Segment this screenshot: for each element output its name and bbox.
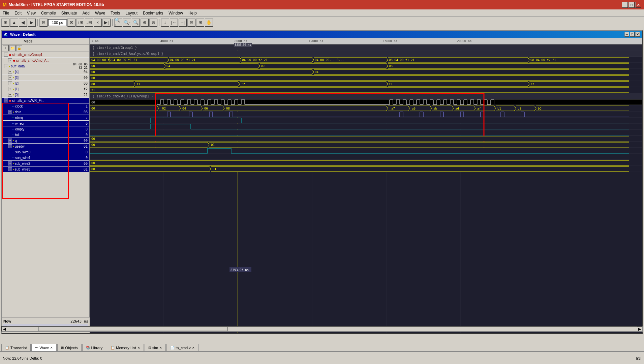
signal-row-wrreq[interactable]: ╌ wrreq 0: [2, 121, 89, 126]
menu-window[interactable]: Window: [166, 9, 186, 17]
signal-row-empty[interactable]: ╌ empty 0: [2, 126, 89, 132]
signal-panel-add-btn[interactable]: +: [3, 45, 9, 51]
signal-row-subwire0[interactable]: ╌ sub_wire0 0: [2, 149, 89, 155]
tb-zoom1[interactable]: ⊠: [67, 19, 75, 27]
menu-help[interactable]: Help: [186, 9, 200, 17]
signal-row-usedw[interactable]: + ▪ usedw 01: [2, 144, 89, 149]
tb-zoom4[interactable]: ×: [94, 19, 102, 27]
tb-snap2[interactable]: |←: [170, 19, 178, 27]
tb-fwd-button[interactable]: ▶: [28, 19, 36, 27]
expand-0[interactable]: +: [8, 93, 12, 97]
maximize-button[interactable]: □: [628, 2, 635, 8]
tb-back-button[interactable]: ◀: [19, 19, 27, 27]
signal-row-group1[interactable]: - ◆ sim:/tb_cmd/Group1: [2, 52, 89, 58]
tb-hand[interactable]: ✋: [205, 19, 213, 27]
expand-data[interactable]: +: [8, 110, 12, 114]
memlist-tab-close[interactable]: ✕: [137, 346, 140, 350]
scrollbar-thumb[interactable]: [38, 327, 227, 331]
tab-library[interactable]: 📚 Library: [82, 344, 106, 351]
subwire1-name: sub_wire1: [14, 156, 72, 160]
tb-snap5[interactable]: ⊞: [196, 19, 204, 27]
title-bar-controls[interactable]: ─ □ ✕: [622, 2, 641, 8]
signal-row-data[interactable]: + ▪ data 08: [2, 109, 89, 115]
expand-q[interactable]: +: [8, 139, 12, 143]
scroll-right-btn[interactable]: ▶: [637, 327, 642, 331]
wave-tab-close[interactable]: ✕: [50, 346, 53, 350]
signal-panel-lock-btn[interactable]: 🔒: [16, 45, 22, 51]
tb-zoom2[interactable]: ↑⊞: [76, 19, 84, 27]
signal-row-full[interactable]: ╌ full 0: [2, 132, 89, 138]
signal-row-2[interactable]: + ▪ [2] 00: [2, 81, 89, 86]
tbcmd-tab-close[interactable]: ✕: [192, 346, 195, 350]
wave-title-controls[interactable]: ─ □ ✕: [624, 32, 640, 37]
tb-copy-button[interactable]: ⊞: [1, 19, 9, 27]
menu-wave[interactable]: Wave: [92, 9, 108, 17]
zoom-input[interactable]: 100 ps: [48, 19, 67, 26]
close-button[interactable]: ✕: [635, 2, 641, 8]
menu-add[interactable]: Add: [80, 9, 92, 17]
menu-simulate[interactable]: Simulate: [59, 9, 80, 17]
expand-subwire2[interactable]: +: [8, 161, 12, 165]
expand-3[interactable]: +: [8, 75, 12, 80]
tb-zoom-all[interactable]: 🔍: [132, 19, 140, 27]
wave-icon: 🌊: [4, 33, 8, 36]
tab-objects[interactable]: ⊞ Objects: [57, 344, 81, 351]
tb-zoom-out2[interactable]: ⊖: [149, 19, 157, 27]
menu-file[interactable]: File: [0, 9, 12, 17]
tb-zoom-in2[interactable]: ⊕: [141, 19, 149, 27]
signal-row-clock[interactable]: ╌ clock 1: [2, 103, 89, 109]
tab-transcript[interactable]: 📋 Transcript: [1, 344, 31, 351]
expand-4[interactable]: +: [8, 70, 12, 74]
signal-row-subwire1[interactable]: ╌ sub_wire1 0: [2, 155, 89, 161]
tb-zoom-in[interactable]: 🔍+: [114, 19, 122, 27]
h-scrollbar[interactable]: ◀ ▶: [1, 326, 643, 332]
tab-tbcmd[interactable]: 📄 tb_cmd.v ✕: [166, 344, 198, 351]
group1-icon: ◆: [9, 53, 11, 57]
signal-row-4[interactable]: + ▪ [4] 04: [2, 69, 89, 75]
tab-memory-list[interactable]: 📋 Memory List ✕: [107, 344, 144, 351]
tb-up-button[interactable]: ▲: [10, 19, 18, 27]
expand-group1[interactable]: -: [4, 53, 8, 57]
expand-usedw[interactable]: +: [8, 144, 12, 148]
signal-row-subwire2[interactable]: + ▪ sub_wire2 00: [2, 161, 89, 166]
signal-row-q[interactable]: + ▪ q 00: [2, 138, 89, 144]
menu-layout[interactable]: Layout: [123, 9, 140, 17]
signal-row-wrfifo[interactable]: - ◆ sim:/tb_cmd/WR_Fi...: [2, 98, 89, 103]
signal-row-buff-data[interactable]: - ▪ buff_data 04 00 00 f2 21: [2, 63, 89, 69]
menu-edit[interactable]: Edit: [12, 9, 24, 17]
signal-row-0[interactable]: + ▪ [0] 21: [2, 92, 89, 98]
expand-subwire3[interactable]: +: [8, 167, 12, 171]
expand-group2[interactable]: -: [8, 58, 12, 62]
wave-close-btn[interactable]: ✕: [635, 32, 640, 37]
tb-zoom3[interactable]: ↓⊞: [85, 19, 93, 27]
wave-minimize-btn[interactable]: ─: [624, 32, 629, 37]
signal-row-rdreq[interactable]: ╌ rdreq z: [2, 115, 89, 121]
signal-row-1[interactable]: + ▪ [1] f2: [2, 86, 89, 92]
menu-compile[interactable]: Compile: [38, 9, 59, 17]
tb-play-button[interactable]: ▶|: [102, 19, 111, 27]
sim-tab-close[interactable]: ✕: [159, 346, 162, 350]
tb-expand-button[interactable]: ⊟: [39, 19, 48, 27]
expand-buff-data[interactable]: -: [4, 64, 8, 68]
scrollbar-track[interactable]: [7, 327, 637, 331]
svg-text:01: 01: [211, 143, 215, 147]
signal-row-subwire3[interactable]: + ▪ sub_wire3 01: [2, 166, 89, 172]
tab-sim[interactable]: ⊡ sim ✕: [145, 344, 166, 351]
tb-snap3[interactable]: →|: [179, 19, 187, 27]
menu-view[interactable]: View: [24, 9, 38, 17]
expand-1[interactable]: +: [8, 87, 12, 91]
signal-panel-folder-btn[interactable]: 📁: [9, 45, 16, 51]
scroll-left-btn[interactable]: ◀: [2, 327, 7, 331]
minimize-button[interactable]: ─: [622, 2, 628, 8]
tb-snap4[interactable]: ⊟: [187, 19, 195, 27]
tab-wave[interactable]: 〜 Wave ✕: [31, 344, 57, 351]
signal-row-3[interactable]: + ▪ [3] 00: [2, 75, 89, 81]
tb-snap1[interactable]: ↕: [161, 19, 169, 27]
menu-bookmarks[interactable]: Bookmarks: [140, 9, 166, 17]
tb-zoom-out[interactable]: 🔍-: [123, 19, 131, 27]
menu-tools[interactable]: Tools: [108, 9, 123, 17]
expand-2[interactable]: +: [8, 81, 12, 85]
wave-maximize-btn[interactable]: □: [630, 32, 635, 37]
expand-wrfifo[interactable]: -: [4, 98, 8, 102]
waveform-area[interactable]: 0 ns 4000 ns 8000 ns 12000 ns 16000 ns 2…: [90, 38, 642, 333]
